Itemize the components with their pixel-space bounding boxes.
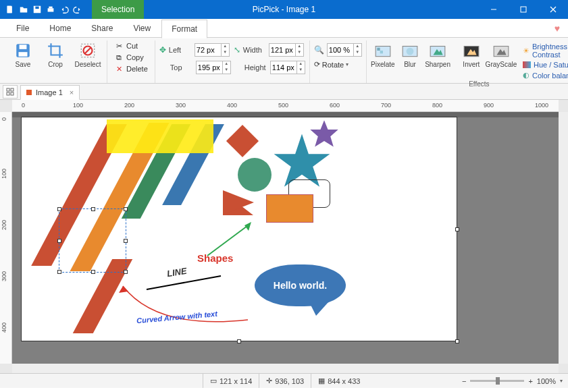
close-button[interactable] [538,0,568,19]
pixelate-icon [374,42,392,59]
svg-marker-30 [244,222,251,231]
print-icon[interactable] [45,3,57,16]
maximize-button[interactable] [509,0,538,19]
shape-diamond[interactable] [226,125,259,157]
canvas-viewport[interactable]: LINE Shapes Curved Arrow with text Hello… [12,112,559,364]
zoom-slider[interactable] [470,380,524,382]
doc-tab-image1[interactable]: Image 1 × [20,85,80,100]
heart-icon[interactable]: ♥ [554,23,560,34]
horizontal-scrollbar[interactable] [12,364,559,373]
tab-home[interactable]: Home [40,20,80,37]
tab-format[interactable]: Format [161,20,207,38]
canvas-handle[interactable] [455,339,459,343]
undo-icon[interactable] [58,3,70,16]
svg-point-19 [407,48,414,55]
redo-icon[interactable] [72,3,84,16]
invert-button[interactable]: Invert [459,40,484,68]
effects-group-label: Effects [469,80,489,89]
tab-share[interactable]: Share [82,20,122,37]
svg-rect-25 [7,92,9,95]
svg-rect-26 [11,92,14,95]
blur-button[interactable]: Blur [398,40,422,68]
new-icon[interactable] [4,3,16,16]
colorbalance-button[interactable]: ◐Color balance [523,70,568,80]
rotate-icon: ⟳ [314,60,320,69]
tab-view[interactable]: View [124,20,160,37]
zoom-in-icon[interactable]: + [528,377,532,385]
canvas-handle[interactable] [237,339,241,343]
minimize-button[interactable] [479,0,509,19]
zoom-icon: 🔍 [314,45,324,55]
svg-rect-10 [20,45,27,49]
top-input[interactable]: ▲▼ [196,61,231,74]
contextual-tab-selection[interactable]: Selection [92,0,144,19]
canvas[interactable]: LINE Shapes Curved Arrow with text Hello… [22,117,457,341]
zoom-out-icon[interactable]: − [462,377,466,385]
svg-rect-11 [19,52,28,57]
doc-icon [26,90,32,95]
delete-button[interactable]: ✕Delete [111,63,151,74]
height-input[interactable]: ▲▼ [270,61,305,74]
save-button[interactable]: Save [8,40,38,68]
shape-star-small[interactable] [309,119,340,150]
cut-icon: ✂ [114,41,124,51]
save-icon[interactable] [31,3,43,16]
crop-icon [47,42,64,59]
save-icon [14,42,32,59]
hue-button[interactable]: Hue / Saturation [523,60,568,69]
svg-rect-6 [521,7,526,12]
svg-line-29 [207,224,250,256]
shape-orange-rect[interactable] [266,194,313,223]
selection-rectangle[interactable] [59,208,126,273]
zoom-control[interactable]: − + 100% ▾ [462,377,563,385]
svg-rect-2 [35,7,38,9]
cut-button[interactable]: ✂Cut [111,40,151,51]
svg-rect-3 [48,8,54,11]
crop-button[interactable]: Crop [41,40,70,68]
titlebar: Selection PicPick - Image 1 [0,0,568,19]
status-image-size: ▦844 x 433 [311,374,367,388]
shape-speech-bubble[interactable]: Hello world. [255,264,346,306]
open-icon[interactable] [18,3,30,16]
close-tab-icon[interactable]: × [70,88,74,96]
svg-rect-24 [11,88,14,91]
pixelate-button[interactable]: Pixelate [371,40,395,68]
work-area: 01002003004005006007008009001000 0100200… [0,100,568,373]
status-cursor-position: ✛936, 103 [259,374,311,388]
delete-icon: ✕ [114,64,124,74]
tab-file[interactable]: File [7,20,38,37]
selection-size-icon: ▭ [210,376,217,385]
blur-icon [401,42,419,59]
status-bar: ▭121 x 114 ✛936, 103 ▦844 x 433 − + 100%… [0,373,568,388]
zoom-input[interactable]: ▲▼ [327,43,362,57]
shapes-label: Shapes [197,252,233,264]
shape-red-arrow[interactable] [116,279,251,333]
svg-rect-4 [49,7,52,9]
status-selection-size: ▭121 x 114 [203,374,259,388]
deselect-button[interactable]: Deselect [73,40,103,68]
window-title: PicPick - Image 1 [253,5,315,14]
shape-circle[interactable] [238,158,272,192]
rotate-button[interactable]: ⟳Rotate▾ [314,60,362,69]
horizontal-ruler: 01002003004005006007008009001000 [12,100,559,112]
vertical-scrollbar[interactable] [559,112,568,364]
left-input[interactable]: ▲▼ [195,43,230,57]
cursor-icon: ✛ [266,376,272,385]
tab-grid-button[interactable] [3,85,18,99]
svg-rect-16 [377,48,380,51]
size-icon: ⤡ [234,45,240,55]
copy-button[interactable]: ⧉Copy [111,52,151,63]
grayscale-button[interactable]: GrayScale [486,40,516,68]
brightness-button[interactable]: ☀Brightness / Contrast [523,42,568,59]
invert-icon [463,42,480,59]
shape-yellow-rect[interactable] [107,119,213,153]
sharpen-icon [429,42,446,59]
width-input[interactable]: ▲▼ [269,43,304,57]
canvas-handle[interactable] [455,227,459,231]
vertical-ruler: 0100200300400 [0,112,12,364]
deselect-icon [79,42,97,59]
grayscale-icon [492,42,510,59]
sharpen-button[interactable]: Sharpen [425,40,450,68]
shape-triangle2[interactable] [223,190,254,215]
hue-icon [523,61,531,68]
